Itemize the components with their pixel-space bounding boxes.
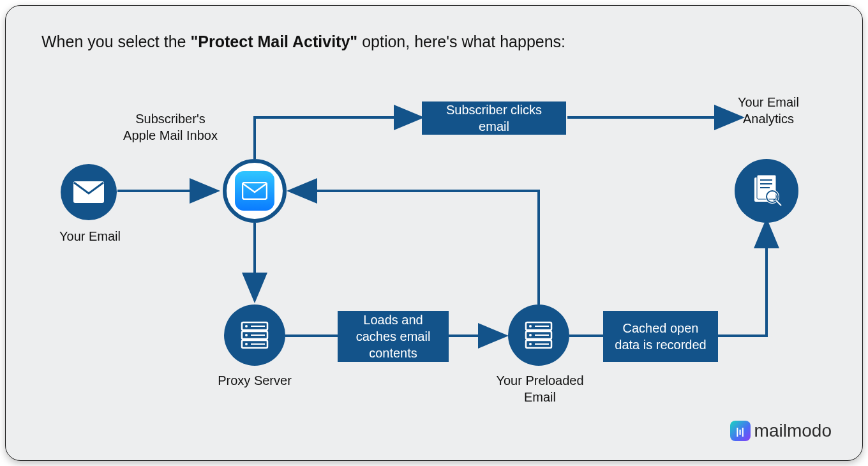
label-apple-inbox: Subscriber's Apple Mail Inbox <box>119 110 221 144</box>
svg-point-32 <box>529 343 532 345</box>
apple-mail-app-icon <box>235 171 274 211</box>
diagram-heading: When you select the "Protect Mail Activi… <box>41 30 565 53</box>
brand-logo-mark: |ı| <box>730 421 751 441</box>
label-preloaded-email: Your Preloaded Email <box>486 372 594 405</box>
label-your-email: Your Email <box>52 228 128 244</box>
label-proxy-server: Proxy Server <box>210 372 299 389</box>
heading-prefix: When you select the <box>41 33 190 50</box>
svg-point-21 <box>245 334 248 336</box>
box-cached-recorded: Cached open data is recorded <box>603 311 718 362</box>
node-apple-inbox <box>223 159 287 223</box>
envelope-icon <box>73 181 105 204</box>
node-your-email <box>61 164 117 220</box>
box-loads-caches: Loads and caches email contents <box>338 311 449 362</box>
heading-suffix: option, here's what happens: <box>357 33 565 50</box>
flow-connectors <box>6 6 863 461</box>
svg-point-28 <box>529 325 532 327</box>
node-preloaded-email <box>508 304 569 366</box>
box-subscriber-clicks: Subscriber clicks email <box>422 101 566 135</box>
heading-bold: "Protect Mail Activity" <box>190 33 357 50</box>
server-icon <box>238 319 271 352</box>
envelope-icon <box>242 182 267 200</box>
node-proxy-server <box>224 304 285 366</box>
report-search-icon <box>749 174 784 208</box>
svg-point-23 <box>245 343 248 345</box>
brand-name: mailmodo <box>754 421 832 441</box>
node-analytics <box>735 159 798 223</box>
brand-logo: |ı| mailmodo <box>730 421 832 441</box>
diagram-card: When you select the "Protect Mail Activi… <box>5 5 863 461</box>
label-analytics: Your Email Analytics <box>733 94 804 127</box>
server-icon <box>522 319 555 352</box>
svg-point-19 <box>245 325 248 327</box>
svg-point-30 <box>529 334 532 336</box>
